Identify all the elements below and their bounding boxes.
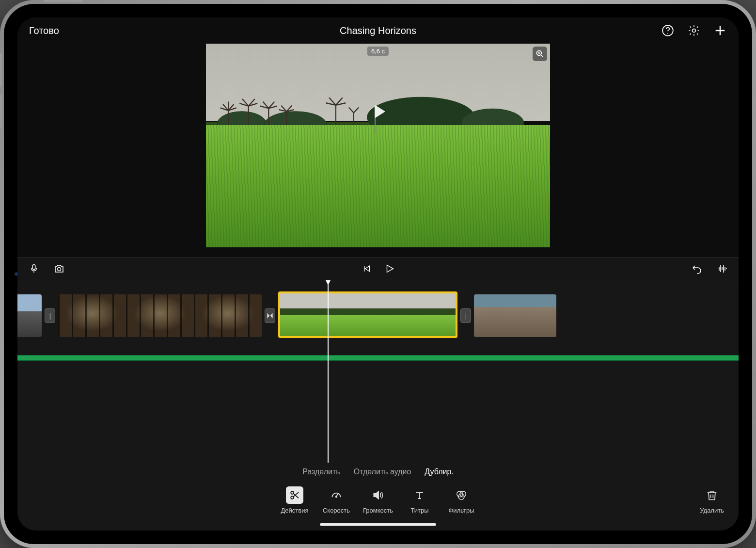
preview-area: 6,6 с — [17, 44, 739, 257]
filters-icon — [453, 486, 470, 504]
tool-titles[interactable]: Титры — [401, 486, 439, 514]
clip-2[interactable] — [58, 294, 262, 337]
text-icon — [411, 486, 428, 504]
clip-duration-badge: 6,6 с — [367, 47, 389, 56]
add-icon[interactable] — [713, 24, 727, 37]
microphone-icon[interactable] — [27, 262, 41, 275]
ipad-volume-down — [0, 95, 2, 129]
clip-actions: Разделить Отделить аудио Дублир. — [17, 467, 739, 476]
skip-to-start-icon[interactable] — [360, 262, 373, 275]
video-track: ❘ ❘ — [17, 294, 739, 338]
waveform-icon[interactable] — [715, 262, 729, 275]
tool-label: Титры — [410, 507, 428, 514]
play-icon[interactable] — [383, 262, 396, 275]
project-title: Chasing Horizons — [340, 25, 416, 36]
preview-frame[interactable]: 6,6 с — [206, 44, 550, 247]
home-indicator[interactable] — [320, 523, 436, 526]
duplicate-action[interactable]: Дублир. — [425, 467, 453, 476]
clip-3-selected[interactable] — [278, 291, 457, 338]
edit-toolbar: Действия Скорость Громкость — [17, 486, 739, 514]
help-icon[interactable] — [661, 24, 675, 37]
clip-4[interactable] — [474, 294, 556, 337]
camera-icon[interactable] — [52, 262, 66, 275]
tool-label: Громкость — [363, 507, 393, 514]
playhead[interactable] — [328, 280, 329, 463]
trash-icon — [705, 488, 719, 504]
svg-rect-9 — [32, 265, 35, 270]
zoom-icon[interactable] — [533, 47, 547, 61]
app-header: Готово Chasing Horizons — [17, 17, 739, 44]
tool-speed[interactable]: Скорость — [317, 486, 355, 514]
timeline[interactable]: ❘ ❘ — [17, 280, 739, 531]
svg-point-1 — [667, 33, 668, 34]
ipad-frame: Готово Chasing Horizons — [0, 0, 756, 548]
playback-bar — [17, 257, 739, 280]
ipad-power-button — [44, 0, 82, 2]
tool-label: Скорость — [323, 507, 350, 514]
tool-actions[interactable]: Действия — [276, 486, 314, 514]
undo-icon[interactable] — [690, 262, 704, 275]
ipad-volume-up — [0, 53, 2, 87]
tool-volume[interactable]: Громкость — [359, 486, 397, 514]
audio-track[interactable] — [17, 355, 739, 361]
volume-icon — [369, 486, 387, 504]
svg-point-13 — [336, 496, 337, 498]
tool-label: Действия — [281, 507, 309, 514]
detach-audio-action[interactable]: Отделить аудио — [354, 467, 411, 476]
speedometer-icon — [328, 486, 345, 504]
done-button[interactable]: Готово — [29, 25, 59, 36]
svg-point-10 — [58, 268, 61, 271]
transition-button[interactable] — [265, 308, 275, 323]
tool-label: Фильтры — [448, 507, 474, 514]
transition-button[interactable]: ❘ — [460, 308, 471, 323]
delete-button[interactable]: Удалить — [700, 488, 724, 514]
delete-label: Удалить — [700, 507, 724, 514]
app-screen: Готово Chasing Horizons — [17, 17, 739, 531]
tool-filters[interactable]: Фильтры — [442, 486, 480, 514]
split-action[interactable]: Разделить — [302, 467, 340, 476]
svg-point-2 — [693, 29, 696, 32]
settings-icon[interactable] — [687, 24, 701, 37]
transition-button[interactable]: ❘ — [45, 308, 55, 323]
scissors-icon — [286, 486, 303, 504]
clip-1[interactable] — [17, 294, 42, 337]
